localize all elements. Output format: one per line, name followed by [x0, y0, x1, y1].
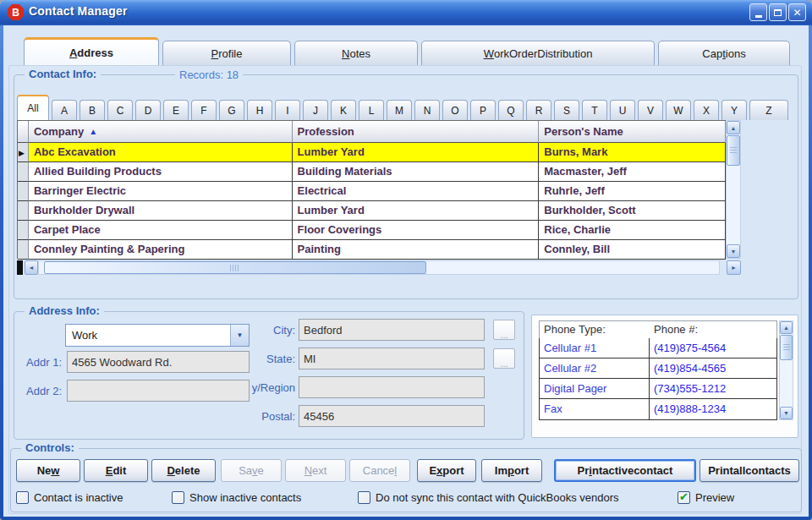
- horizontal-scroll-track[interactable]: [38, 260, 720, 275]
- tab-profile[interactable]: Profile: [162, 41, 291, 66]
- alpha-tab-i[interactable]: I: [275, 100, 300, 120]
- alpha-tab-x[interactable]: X: [694, 100, 719, 120]
- ellipsis-icon: ...: [500, 359, 508, 368]
- table-horizontal-scrollbar[interactable]: ◄ ►: [17, 260, 741, 276]
- alpha-tab-z[interactable]: Z: [749, 100, 788, 120]
- table-row[interactable]: Allied Building Products Building Materi…: [18, 162, 726, 182]
- column-header-profession[interactable]: Profession: [293, 121, 540, 143]
- table-row[interactable]: ▶ Abc Excavation Lumber Yard Burns, Mark: [18, 143, 726, 162]
- tab-notes[interactable]: Notes: [294, 41, 418, 66]
- scroll-left-icon: ◄: [29, 265, 35, 271]
- tab-address[interactable]: Address: [24, 37, 159, 66]
- alpha-tab-p[interactable]: P: [470, 100, 496, 120]
- alpha-tab-e[interactable]: E: [163, 100, 189, 120]
- alpha-tab-q[interactable]: Q: [498, 100, 524, 120]
- table-vertical-scrollbar[interactable]: ▲ ▼: [726, 120, 741, 259]
- alpha-tab-m[interactable]: M: [387, 100, 412, 120]
- phone-number-cell: (419)854-4565: [650, 359, 776, 378]
- current-row-marker-icon: ▶: [19, 149, 25, 157]
- table-row[interactable]: Carpet Place Floor Coverings Rice, Charl…: [18, 221, 726, 240]
- addr1-field[interactable]: [67, 351, 250, 373]
- alpha-tab-a[interactable]: A: [52, 100, 77, 120]
- alpha-tab-n[interactable]: N: [414, 100, 440, 120]
- scroll-up-button[interactable]: ▲: [780, 321, 793, 334]
- column-header-persons-name[interactable]: Person's Name: [539, 121, 726, 143]
- vertical-scroll-thumb[interactable]: [727, 135, 740, 166]
- checkbox-icon: [358, 491, 370, 504]
- minimize-button[interactable]: [749, 3, 767, 21]
- phone-vertical-scrollbar[interactable]: ▲ ▼: [779, 320, 793, 420]
- alpha-tab-l[interactable]: L: [359, 100, 384, 120]
- checkbox-label: Do not sync this contact with QuickBooks…: [376, 491, 619, 504]
- row-indicator: ▶: [18, 143, 29, 162]
- alpha-tab-f[interactable]: F: [191, 100, 217, 120]
- addr1-label: Addr 1:: [18, 356, 62, 369]
- alpha-tab-h[interactable]: H: [247, 100, 272, 120]
- cell-person-name: Ruhrle, Jeff: [539, 182, 726, 201]
- phone-table-header: Phone Type: Phone #:: [539, 320, 777, 339]
- city-browse-button[interactable]: ...: [493, 320, 515, 340]
- alpha-tab-o[interactable]: O: [442, 100, 468, 120]
- state-browse-button[interactable]: ...: [493, 348, 515, 369]
- state-field[interactable]: [299, 348, 485, 369]
- sort-asc-icon: ▲: [89, 127, 97, 136]
- table-row[interactable]: Burkholder Drywall Lumber Yard Burkholde…: [18, 201, 726, 221]
- titlebar[interactable]: B Contact Manager ✕: [0, 0, 812, 25]
- cell-profession: Floor Coverings: [293, 221, 540, 240]
- country-region-field[interactable]: [299, 376, 485, 398]
- alpha-tab-t[interactable]: T: [582, 100, 607, 120]
- print-all-contacts-button[interactable]: Print all contacts: [700, 459, 799, 482]
- scroll-down-button[interactable]: ▼: [727, 244, 740, 258]
- table-row[interactable]: Barringer Electric Electrical Ruhrle, Je…: [18, 182, 726, 201]
- close-button[interactable]: ✕: [788, 3, 806, 21]
- addr2-field[interactable]: [67, 380, 250, 402]
- alpha-tab-w[interactable]: W: [666, 100, 691, 120]
- tab-captions[interactable]: Captions: [658, 41, 790, 66]
- address-type-dropdown[interactable]: Work ▼: [65, 324, 250, 347]
- delete-button[interactable]: Delete: [151, 459, 216, 482]
- export-button[interactable]: Export: [417, 459, 476, 482]
- alpha-tab-u[interactable]: U: [610, 100, 635, 120]
- phone-row[interactable]: Digital Pager (734)555-1212: [540, 379, 776, 399]
- alpha-tab-all[interactable]: All: [17, 95, 49, 120]
- alpha-tab-s[interactable]: S: [554, 100, 579, 120]
- alpha-tab-k[interactable]: K: [331, 100, 356, 120]
- alpha-tab-v[interactable]: V: [638, 100, 663, 120]
- edit-button[interactable]: Edit: [84, 459, 148, 482]
- scroll-left-button[interactable]: ◄: [25, 260, 38, 275]
- horizontal-scroll-thumb[interactable]: [44, 261, 426, 274]
- scroll-up-button[interactable]: ▲: [727, 121, 740, 134]
- checkbox-show-inactive-contacts[interactable]: Show inactive contacts: [172, 491, 301, 504]
- controls-label: Controls:: [21, 441, 79, 454]
- new-button[interactable]: New: [16, 459, 80, 482]
- scroll-right-button[interactable]: ►: [727, 260, 741, 275]
- alpha-tab-d[interactable]: D: [135, 100, 161, 120]
- table-row[interactable]: Connley Painting & Papering Painting Con…: [18, 240, 726, 260]
- maximize-button[interactable]: [769, 3, 787, 21]
- grid-corner-block: [17, 260, 23, 275]
- phone-scroll-thumb[interactable]: [780, 335, 793, 360]
- checkbox-preview[interactable]: ✔ Preview: [678, 491, 734, 504]
- contact-manager-window: B Contact Manager ✕ Address Profile Note…: [0, 0, 812, 520]
- alpha-tab-r[interactable]: R: [526, 100, 551, 120]
- phone-row[interactable]: Cellular #1 (419)875-4564: [540, 338, 776, 359]
- phone-row[interactable]: Fax (419)888-1234: [540, 399, 776, 419]
- import-button[interactable]: Import: [481, 459, 542, 482]
- print-active-contact-button[interactable]: Print active contact: [554, 459, 696, 482]
- alpha-tab-j[interactable]: J: [303, 100, 328, 120]
- checkbox-contact-is-inactive[interactable]: Contact is inactive: [16, 491, 123, 504]
- scroll-down-button[interactable]: ▼: [780, 407, 793, 419]
- cell-person-name: Connley, Bill: [539, 240, 726, 260]
- alpha-tab-b[interactable]: B: [80, 100, 105, 120]
- city-field[interactable]: [299, 319, 485, 341]
- tab-work-order-distribution[interactable]: Work Order Distribution: [421, 41, 655, 66]
- phone-list-panel: Phone Type: Phone #: Cellular #1 (419)87…: [531, 315, 798, 438]
- alpha-tab-y[interactable]: Y: [721, 100, 747, 120]
- checkbox-do-not-sync-quickbooks[interactable]: Do not sync this contact with QuickBooks…: [358, 491, 619, 504]
- postal-field[interactable]: [299, 405, 485, 427]
- phone-row[interactable]: Cellular #2 (419)854-4565: [540, 359, 776, 379]
- column-header-company[interactable]: Company ▲: [29, 121, 293, 143]
- alpha-tab-g[interactable]: G: [219, 100, 244, 120]
- column-header-company-label: Company: [34, 125, 84, 138]
- alpha-tab-c[interactable]: C: [107, 100, 133, 120]
